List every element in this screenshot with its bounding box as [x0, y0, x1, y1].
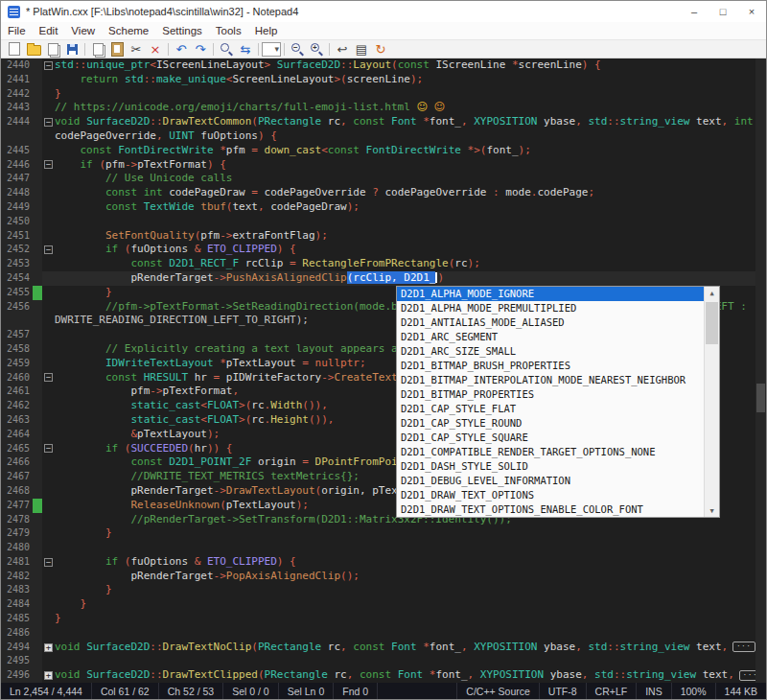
line-number[interactable]: 2483: [1, 583, 33, 597]
autocomplete-scrollbar[interactable]: ▲ ▼: [704, 287, 719, 517]
fold-margin[interactable]: [42, 314, 55, 328]
fold-margin[interactable]: [42, 428, 55, 442]
toolbar-zoom-out-button[interactable]: −: [288, 41, 307, 58]
bookmark-margin[interactable]: [33, 87, 42, 102]
bookmark-margin[interactable]: [33, 541, 42, 555]
fold-margin[interactable]: −: [42, 371, 55, 385]
toolbar-zoom-in-button[interactable]: +: [307, 41, 326, 58]
toolbar-browse-files-button[interactable]: [43, 41, 62, 58]
fold-toggle-icon[interactable]: −: [44, 373, 53, 382]
fold-margin[interactable]: [42, 172, 55, 186]
menu-item-view[interactable]: View: [64, 22, 102, 39]
status-cell-left-5[interactable]: Fnd 0: [334, 683, 378, 699]
line-number[interactable]: 2482: [1, 570, 33, 584]
fold-toggle-icon[interactable]: −: [44, 245, 53, 254]
scroll-up-icon[interactable]: ▲: [705, 287, 719, 299]
minimize-button[interactable]: –: [680, 1, 709, 22]
bookmark-margin[interactable]: [33, 583, 42, 597]
line-number[interactable]: 2448: [1, 186, 33, 200]
scroll-down-icon[interactable]: ▼: [705, 504, 719, 517]
line-number[interactable]: 2466: [1, 455, 33, 470]
autocomplete-item[interactable]: D2D1_CAP_STYLE_FLAT: [397, 402, 705, 416]
code-line[interactable]: 2442}: [1, 87, 766, 102]
bookmark-margin[interactable]: [33, 612, 42, 626]
code-line[interactable]: 2449 const TextWide tbuf(text, codePageD…: [1, 200, 766, 215]
bookmark-margin[interactable]: [33, 570, 42, 584]
code-line[interactable]: 2495: [1, 654, 766, 668]
bookmark-margin[interactable]: [33, 641, 42, 655]
menu-item-help[interactable]: Help: [248, 22, 285, 39]
line-number[interactable]: 2456: [1, 300, 33, 315]
line-number[interactable]: 2461: [1, 385, 33, 399]
bookmark-margin[interactable]: [33, 129, 42, 144]
menu-item-edit[interactable]: Edit: [33, 22, 65, 39]
line-number[interactable]: 2441: [1, 73, 33, 87]
autocomplete-item[interactable]: D2D1_CAP_STYLE_SQUARE: [397, 431, 705, 445]
menu-item-scheme[interactable]: Scheme: [102, 22, 155, 39]
line-number[interactable]: 2468: [1, 484, 33, 499]
bookmark-margin[interactable]: [33, 555, 42, 570]
line-number[interactable]: 2453: [1, 257, 33, 271]
code-line[interactable]: 2446− if (pfm->pTextFormat) {: [1, 158, 766, 173]
code-line[interactable]: 2448 const int codePageDraw = codePageOv…: [1, 186, 766, 200]
bookmark-margin[interactable]: [33, 229, 42, 244]
bookmark-margin[interactable]: [33, 115, 42, 129]
status-cell-left-2[interactable]: Ch 52 / 53: [159, 683, 223, 699]
code-editor[interactable]: 2440−std::unique_ptr<IScreenLineLayout> …: [1, 58, 766, 683]
bookmark-margin[interactable]: [33, 257, 42, 271]
line-number[interactable]: [1, 129, 33, 144]
fold-toggle-icon[interactable]: −: [44, 444, 53, 453]
line-number[interactable]: 2479: [1, 526, 33, 541]
bookmark-margin[interactable]: [33, 442, 42, 456]
line-number[interactable]: 2443: [1, 101, 33, 115]
line-number[interactable]: 2440: [1, 58, 33, 73]
line-number[interactable]: 2455: [1, 286, 33, 300]
fold-margin[interactable]: [42, 101, 55, 115]
line-number[interactable]: 2458: [1, 342, 33, 357]
status-cell-right-1[interactable]: UTF-8: [539, 683, 586, 699]
bookmark-margin[interactable]: [33, 654, 42, 668]
status-cell-left-0[interactable]: Ln 2,454 / 4,444: [1, 683, 92, 699]
status-cell-right-4[interactable]: 100%: [671, 683, 715, 699]
toolbar-cut-button[interactable]: ✂: [127, 41, 146, 58]
toolbar-view-panels-button[interactable]: ▤: [352, 41, 371, 58]
code-line[interactable]: 2479 }: [1, 526, 766, 541]
bookmark-margin[interactable]: [33, 371, 42, 385]
fold-margin[interactable]: [42, 499, 55, 513]
line-number[interactable]: 2481: [1, 555, 33, 570]
bookmark-margin[interactable]: [33, 428, 42, 442]
bookmark-margin[interactable]: [33, 484, 42, 499]
fold-margin[interactable]: [42, 229, 55, 244]
fold-margin[interactable]: [42, 484, 55, 499]
code-line[interactable]: 2494+void SurfaceD2D::DrawTextNoClip(PRe…: [1, 641, 766, 655]
bookmark-margin[interactable]: [33, 499, 42, 513]
line-number[interactable]: 2464: [1, 428, 33, 442]
fold-margin[interactable]: [42, 186, 55, 200]
autocomplete-item[interactable]: D2D1_DASH_STYLE_SOLID: [397, 459, 705, 474]
fold-margin[interactable]: [42, 526, 55, 541]
fold-margin[interactable]: +: [42, 668, 55, 683]
bookmark-margin[interactable]: [33, 455, 42, 470]
line-number[interactable]: 2480: [1, 541, 33, 555]
autocomplete-item[interactable]: D2D1_BITMAP_INTERPOLATION_MODE_NEAREST_N…: [397, 373, 705, 387]
code-line[interactable]: 2443// https://unicode.org/emoji/charts/…: [1, 101, 766, 115]
fold-margin[interactable]: [42, 583, 55, 597]
bookmark-margin[interactable]: [33, 357, 42, 371]
bookmark-margin[interactable]: [33, 300, 42, 315]
bookmark-margin[interactable]: [33, 342, 42, 357]
code-line[interactable]: 2440−std::unique_ptr<IScreenLineLayout> …: [1, 58, 766, 73]
fold-margin[interactable]: [42, 357, 55, 371]
autocomplete-item[interactable]: D2D1_BITMAP_PROPERTIES: [397, 387, 705, 402]
line-number[interactable]: 2496: [1, 668, 33, 683]
autocomplete-item[interactable]: D2D1_ALPHA_MODE_IGNORE: [397, 287, 705, 301]
line-number[interactable]: 2462: [1, 399, 33, 413]
code-line[interactable]: 2445 const FontDirectWrite *pfm = down_c…: [1, 144, 766, 158]
line-number[interactable]: 2447: [1, 172, 33, 186]
code-line[interactable]: 2451 SetFontQuality(pfm->extraFontFlag);: [1, 229, 766, 244]
fold-margin[interactable]: −: [42, 243, 55, 257]
close-button[interactable]: ×: [737, 1, 766, 22]
bookmark-margin[interactable]: [33, 73, 42, 87]
autocomplete-item[interactable]: D2D1_DRAW_TEXT_OPTIONS: [397, 488, 705, 502]
fold-margin[interactable]: [42, 470, 55, 484]
fold-margin[interactable]: [42, 455, 55, 470]
